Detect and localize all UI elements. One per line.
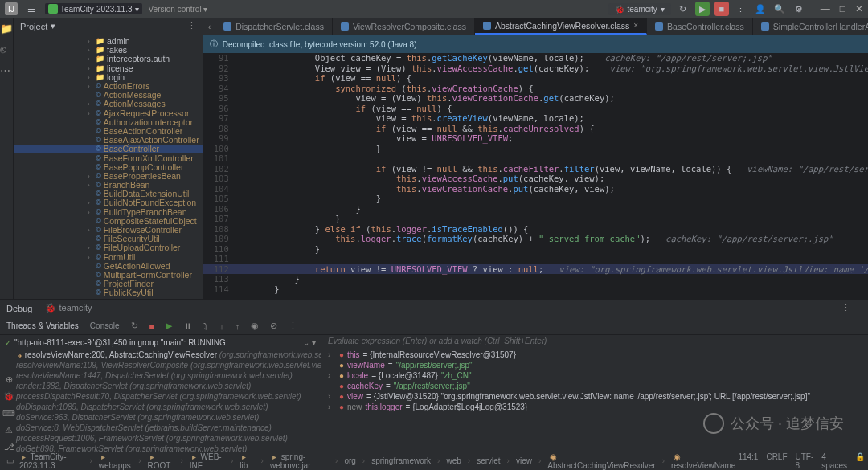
code-line[interactable]: 98 if (view == null && this.cacheUnresol…	[203, 124, 868, 134]
tree-item[interactable]: ›📁interceptors.auth	[14, 55, 203, 63]
stack-frame[interactable]: processRequest:1006, FrameworkServlet (o…	[0, 433, 321, 443]
project-selector[interactable]: TeamCity-2023.11.3 ▾	[45, 3, 142, 14]
terminal-icon[interactable]: ⌨	[2, 408, 15, 419]
tree-item[interactable]: ›©BuildNotFoundException	[14, 198, 203, 207]
breadcrumb-item[interactable]: ◉ resolveViewName	[669, 452, 738, 470]
breadcrumb-item[interactable]: ▸ WEB-INF	[187, 452, 227, 470]
code-line[interactable]: 106 }	[203, 204, 868, 215]
settings-icon[interactable]: ⚙	[792, 2, 806, 16]
code-line[interactable]: 96 if (view == null) {	[203, 104, 868, 114]
resume-icon[interactable]: ▶	[166, 321, 172, 331]
code-line[interactable]: 112 return view != UNRESOLVED_VIEW ? vie…	[203, 264, 868, 275]
console-tab[interactable]: Console	[90, 321, 120, 330]
breadcrumb-item[interactable]: ▸ spring-webmvc.jar	[268, 452, 331, 470]
mute-breakpoints-icon[interactable]: ⊘	[270, 321, 277, 331]
editor-tab[interactable]: BaseController.class	[647, 18, 753, 35]
breadcrumb-item[interactable]: web	[444, 456, 463, 465]
stack-frame[interactable]: processDispatchResult:70, DispatcherServ…	[0, 391, 321, 402]
code-line[interactable]: 109 this.logger.trace(formatKey(cacheKey…	[203, 234, 868, 244]
tree-item[interactable]: ©BaseFormXmlController	[14, 153, 203, 162]
app-logo[interactable]: IJ	[5, 2, 18, 15]
tree-item[interactable]: ›©FileUploadController	[14, 243, 203, 252]
caret-position[interactable]: 114:1	[738, 452, 758, 470]
code-line[interactable]: 114 }	[203, 284, 868, 295]
stack-frame[interactable]: doService:8, WebDispatcherServlet (jetbr…	[0, 423, 321, 433]
hamburger-icon[interactable]: ☰	[24, 2, 39, 16]
code-line[interactable]: 103 this.viewAccessCache.put(cacheKey, v…	[203, 174, 868, 184]
variable-row[interactable]: ›●this = {InternalResourceViewResolver@3…	[321, 349, 868, 360]
stop-button[interactable]: ■	[714, 2, 729, 16]
minimize-button[interactable]: —	[821, 3, 830, 14]
code-line[interactable]: 105 }	[203, 194, 868, 204]
variable-row[interactable]: ›●locale = {Locale@31487} "zh_CN"	[321, 370, 868, 381]
run-config[interactable]: 🐞 teamcity ▾	[608, 3, 671, 15]
code-line[interactable]: 108 } else if (this.logger.isTraceEnable…	[203, 224, 868, 235]
indent-config[interactable]: 4 spaces	[821, 452, 847, 470]
editor-tab[interactable]: SimpleControllerHandlerAdapt	[753, 18, 868, 35]
tree-item[interactable]: ›©ActionMessages	[14, 100, 203, 108]
collapse-icon[interactable]: ⋮	[187, 21, 196, 31]
stop-icon[interactable]: ■	[149, 321, 155, 331]
stack-frame[interactable]: ↳ resolveViewName:200, AbstractCachingVi…	[0, 349, 321, 360]
search-icon[interactable]: 🔍	[772, 2, 787, 16]
code-line[interactable]: 93 if (view == null) {	[203, 73, 868, 84]
code-line[interactable]: 102 if (view != null && this.cacheFilter…	[203, 164, 868, 174]
user-icon[interactable]: 👤	[753, 2, 768, 16]
view-breakpoints-icon[interactable]: ◉	[251, 321, 259, 331]
stack-frame[interactable]: resolveViewName:109, ViewResolverComposi…	[0, 360, 321, 370]
readonly-icon[interactable]: 🔒	[855, 452, 865, 470]
close-tab-icon[interactable]: ×	[633, 21, 638, 30]
code-line[interactable]: 91 Object cacheKey = this.getCacheKey(vi…	[203, 53, 868, 63]
debug-tool-icon[interactable]: 🐞	[3, 391, 14, 402]
step-out-icon[interactable]: ↑	[235, 321, 240, 331]
close-button[interactable]: ✕	[855, 3, 863, 14]
step-over-icon[interactable]: ⤵	[203, 321, 208, 331]
debug-options-icon[interactable]: ⋮ —	[841, 303, 862, 313]
breadcrumb-item[interactable]: view	[514, 456, 534, 465]
tools-icon[interactable]: ▭	[3, 456, 17, 465]
editor-tab[interactable]: DispatcherServlet.class	[215, 18, 333, 35]
more-icon[interactable]: ⋮	[734, 2, 748, 16]
more-debug-icon[interactable]: ⋮	[289, 321, 297, 331]
project-tool-icon[interactable]: 📁	[0, 22, 13, 35]
stack-frame[interactable]: render:1382, DispatcherServlet (org.spri…	[0, 381, 321, 391]
code-line[interactable]: 111	[203, 254, 868, 264]
stack-frame[interactable]: doDispatch:1089, DispatcherServlet (org.…	[0, 402, 321, 412]
breadcrumb-item[interactable]: ▸ webapps	[96, 452, 134, 470]
variable-row[interactable]: ›●view = {JstlView@31520} "org.springfra…	[321, 391, 868, 402]
breadcrumb-item[interactable]: servlet	[474, 456, 502, 465]
version-control-menu[interactable]: Version control ▾	[149, 5, 208, 14]
breadcrumb-item[interactable]: ▸ ROOT	[145, 452, 177, 470]
code-line[interactable]: 97 view = this.createView(viewName, loca…	[203, 113, 868, 124]
variable-row[interactable]: ●viewName = "/app/rest/server;.jsp"	[321, 360, 868, 370]
stack-frame[interactable]: resolveViewName:1447, DispatcherServlet …	[0, 370, 321, 381]
run-tab[interactable]: 🐞 teamcity	[45, 303, 92, 313]
code-line[interactable]: 92 View view = (View) this.viewAccessCac…	[203, 63, 868, 74]
variable-row[interactable]: ●cacheKey = "/app/rest/server;.jsp"	[321, 381, 868, 391]
code-line[interactable]: 104 this.viewCreationCache.put(cacheKey,…	[203, 184, 868, 194]
thread-header[interactable]: ✓ "http-nio-8111-exec-9"@31,450 in group…	[0, 335, 321, 349]
code-area[interactable]: 91 Object cacheKey = this.getCacheKey(vi…	[203, 53, 868, 299]
code-line[interactable]: 94 synchronized (this.viewCreationCache)…	[203, 84, 868, 94]
editor-tab[interactable]: ViewResolverComposite.class	[333, 18, 475, 35]
resume-button[interactable]: ▶	[695, 2, 710, 16]
services-icon[interactable]: ⊕	[6, 374, 13, 385]
code-line[interactable]: 110 }	[203, 244, 868, 255]
stack-frame[interactable]: doService:963, DispatcherServlet (org.sp…	[0, 412, 321, 423]
code-line[interactable]: 113 }	[203, 274, 868, 284]
variable-row[interactable]: ›●new this.logger = {LogAdapter$Log4jLog…	[321, 402, 868, 412]
structure-tool-icon[interactable]: ⎋	[0, 43, 13, 56]
code-line[interactable]: 107 }	[203, 214, 868, 224]
breadcrumb-item[interactable]: springframework	[369, 456, 433, 465]
breadcrumb-item[interactable]: ▸ lib	[237, 452, 256, 470]
breadcrumb-item[interactable]: org	[342, 456, 358, 465]
code-line[interactable]: 95 view = (View) this.viewCreationCache.…	[203, 93, 868, 104]
project-tree[interactable]: ›📁admin›📁fakes›📁interceptors.auth›📁licen…	[14, 35, 203, 299]
evaluate-input[interactable]: Evaluate expression (Enter) or add a wat…	[321, 335, 868, 349]
rerun-button[interactable]: ↻	[676, 2, 690, 16]
rerun-icon[interactable]: ↻	[131, 321, 138, 331]
tree-item[interactable]: ›©AjaxRequestProcessor	[14, 109, 203, 118]
tab-nav-left[interactable]: ‹	[203, 18, 216, 35]
step-into-icon[interactable]: ↓	[219, 321, 224, 331]
line-separator[interactable]: CRLF	[766, 452, 787, 470]
